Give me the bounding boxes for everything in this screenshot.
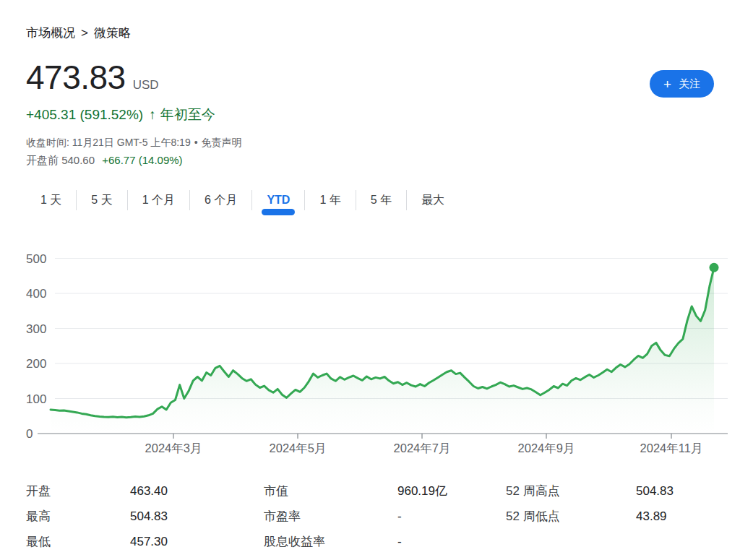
stat-value: 504.83 (636, 484, 720, 499)
x-axis-label: 2024年11月 (640, 441, 703, 455)
follow-button-label: 关注 (679, 77, 700, 91)
stat-value: - (397, 535, 506, 549)
time-range-tabs: 1 天5 天1 个月6 个月YTD1 年5 年最大 (26, 184, 459, 217)
tab-label: 5 天 (91, 193, 112, 208)
breadcrumb: 市场概况>微策略 (26, 25, 131, 41)
stat-value: 43.89 (636, 509, 720, 524)
price-change-value: +405.31 (591.52%) (26, 107, 143, 123)
follow-button[interactable]: + 关注 (650, 70, 714, 98)
breadcrumb-market-overview-link[interactable]: 市场概况 (26, 26, 75, 40)
tab-1y[interactable]: 1 年 (305, 184, 355, 217)
x-axis-label: 2024年7月 (394, 441, 451, 455)
stat-label: 市值 (264, 483, 397, 499)
stat-label: 52 周高点 (506, 483, 636, 499)
current-price: 473.83 (26, 59, 126, 95)
tab-label: 1 天 (40, 193, 61, 208)
google-finance-quote-page: 市场概况>微策略 + 关注 473.83 USD +405.31 (591.52… (0, 0, 740, 560)
breadcrumb-current-stock: 微策略 (94, 26, 131, 40)
premarket-label: 开盘前 (26, 154, 59, 166)
premarket-row: 开盘前 540.60 +66.77 (14.09%) (26, 154, 183, 168)
currency-label: USD (133, 78, 159, 92)
tab-ytd[interactable]: YTD (252, 184, 304, 217)
premarket-price: 540.60 (61, 154, 95, 166)
y-axis-label: 400 (26, 287, 46, 301)
tab-5y[interactable]: 5 年 (356, 184, 406, 217)
y-axis-label: 0 (26, 427, 33, 441)
stats-table: 开盘463.40市值960.19亿52 周高点504.83最高504.83市盈率… (26, 478, 720, 554)
stat-value: 457.30 (130, 535, 264, 549)
close-time-text: 收盘时间: 11月21日 GMT-5 上午8:19 (26, 137, 191, 148)
stat-value: 960.19亿 (397, 483, 506, 499)
price-change-period: 年初至今 (160, 105, 215, 124)
tab-label: 5 年 (371, 193, 392, 208)
breadcrumb-separator: > (81, 26, 88, 40)
market-close-info: 收盘时间: 11月21日 GMT-5 上午8:19•免责声明 (26, 137, 242, 150)
price-chart-svg: 01002003004005002024年3月2024年5月2024年7月202… (26, 249, 728, 465)
stat-label: 最低 (26, 533, 130, 550)
tab-6m[interactable]: 6 个月 (190, 184, 251, 217)
x-axis-label: 2024年9月 (518, 441, 575, 455)
arrow-up-icon: ↑ (149, 107, 156, 123)
stat-value: 504.83 (130, 509, 264, 524)
y-axis-label: 200 (26, 357, 46, 371)
tab-label: YTD (267, 194, 290, 207)
price-chart[interactable]: 01002003004005002024年3月2024年5月2024年7月202… (26, 249, 728, 465)
y-axis-label: 300 (26, 322, 46, 336)
last-price-dot (710, 263, 719, 272)
y-axis-label: 500 (26, 252, 46, 266)
stat-value: - (397, 509, 506, 524)
tab-max[interactable]: 最大 (407, 184, 459, 217)
area-fill (51, 267, 714, 434)
tab-label: 6 个月 (205, 193, 237, 208)
disclaimer-link[interactable]: 免责声明 (202, 137, 242, 148)
price-change-row: +405.31 (591.52%) ↑ 年初至今 (26, 105, 215, 124)
plus-icon: + (663, 77, 671, 91)
y-axis-label: 100 (26, 392, 46, 406)
tab-label: 最大 (421, 193, 444, 208)
active-tab-indicator (262, 209, 295, 215)
stat-label: 股息收益率 (264, 533, 397, 550)
stat-value: 463.40 (130, 484, 264, 499)
stat-label: 市盈率 (264, 508, 397, 525)
stat-label: 52 周低点 (506, 508, 636, 525)
price-row: 473.83 USD (26, 59, 159, 95)
tab-label: 1 个月 (142, 193, 175, 208)
tab-label: 1 年 (319, 193, 340, 208)
tab-1d[interactable]: 1 天 (26, 184, 76, 217)
tab-1m[interactable]: 1 个月 (128, 184, 189, 217)
x-axis-label: 2024年5月 (270, 441, 327, 455)
tab-5d[interactable]: 5 天 (77, 184, 126, 217)
stat-label: 最高 (26, 508, 130, 525)
stat-label: 开盘 (26, 483, 130, 499)
x-axis-label: 2024年3月 (145, 441, 202, 455)
premarket-change: +66.77 (14.09%) (102, 154, 182, 166)
separator-dot: • (194, 137, 198, 148)
